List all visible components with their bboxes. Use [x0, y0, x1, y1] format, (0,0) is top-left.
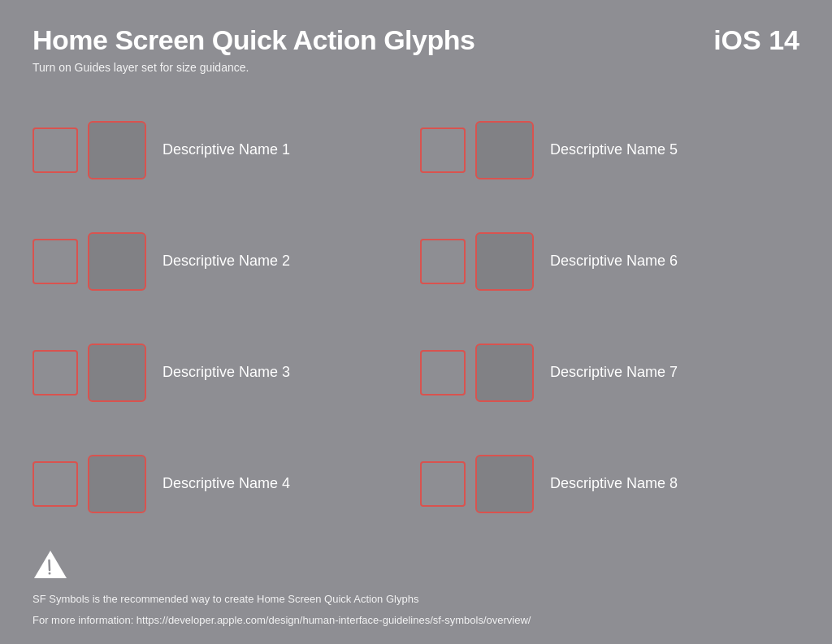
glyph-label-4: Descriptive Name 4: [162, 475, 290, 492]
warning-section: SF Symbols is the recommended way to cre…: [32, 547, 800, 628]
icon-box-large-3: [88, 344, 146, 402]
glyph-label-7: Descriptive Name 7: [550, 364, 678, 381]
glyph-row-4: Descriptive Name 4: [32, 432, 412, 535]
ios-version: iOS 14: [713, 24, 800, 56]
icon-box-large-7: [475, 344, 534, 402]
glyph-row-5: Descriptive Name 5: [420, 98, 800, 201]
icon-box-small-4: [32, 461, 78, 507]
glyph-row-8: Descriptive Name 8: [420, 432, 800, 535]
glyph-label-6: Descriptive Name 6: [550, 253, 678, 270]
warning-icon: [32, 547, 68, 580]
icon-box-small-8: [420, 461, 466, 507]
footer: SF Symbols is the recommended way to cre…: [32, 535, 800, 628]
glyph-label-8: Descriptive Name 8: [550, 475, 678, 492]
icon-box-large-1: [88, 121, 146, 179]
icon-box-small-3: [32, 350, 78, 395]
svg-point-0: [49, 573, 51, 575]
page-container: Home Screen Quick Action Glyphs iOS 14 T…: [0, 0, 832, 644]
footer-warning-text: SF Symbols is the recommended way to cre…: [32, 591, 800, 607]
subtitle: Turn on Guides layer set for size guidan…: [32, 61, 800, 74]
glyph-label-1: Descriptive Name 1: [162, 141, 290, 158]
icon-box-small-6: [420, 239, 466, 284]
icon-box-large-5: [475, 121, 534, 179]
icon-box-large-6: [475, 232, 534, 291]
icon-box-large-4: [88, 455, 146, 513]
header: Home Screen Quick Action Glyphs iOS 14: [32, 24, 800, 56]
glyph-row-6: Descriptive Name 6: [420, 210, 800, 313]
glyph-label-5: Descriptive Name 5: [550, 141, 678, 158]
glyph-row-3: Descriptive Name 3: [32, 321, 412, 424]
glyph-row-1: Descriptive Name 1: [32, 98, 412, 201]
icon-box-small-2: [32, 239, 78, 284]
icon-box-large-8: [475, 455, 534, 513]
glyph-row-2: Descriptive Name 2: [32, 210, 412, 313]
icon-box-large-2: [88, 232, 146, 291]
icon-box-small-7: [420, 350, 466, 395]
glyphs-grid: Descriptive Name 1 Descriptive Name 5 De…: [32, 98, 800, 535]
page-title: Home Screen Quick Action Glyphs: [32, 24, 474, 56]
glyph-label-2: Descriptive Name 2: [162, 253, 290, 270]
icon-box-small-5: [420, 128, 466, 173]
glyph-label-3: Descriptive Name 3: [162, 364, 290, 381]
icon-box-small-1: [32, 128, 78, 173]
glyph-row-7: Descriptive Name 7: [420, 321, 800, 424]
footer-info-text: For more information: https://developer.…: [32, 612, 800, 629]
